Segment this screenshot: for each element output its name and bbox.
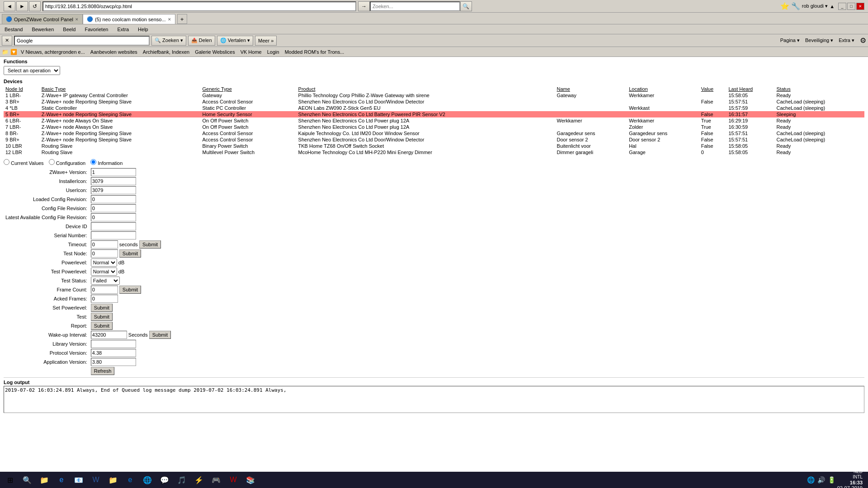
table-row[interactable]: 6 LBR-Z-Wave+ node Always On SlaveOn Off… bbox=[4, 117, 864, 124]
report-submit-button[interactable]: Submit bbox=[91, 322, 113, 330]
table-row[interactable]: 9 BR+Z-Wave+ node Reporting Sleeping Sla… bbox=[4, 136, 864, 143]
delen-button[interactable]: 📤 Delen bbox=[188, 36, 215, 46]
menu-extra[interactable]: Extra bbox=[114, 26, 132, 33]
settings-icon[interactable]: ⚙ bbox=[860, 36, 866, 45]
fav-archiefbank[interactable]: Archiefbank, Indexen bbox=[141, 49, 191, 55]
taskbar-app5[interactable]: 📚 bbox=[242, 473, 259, 487]
input-usericon[interactable] bbox=[91, 186, 136, 194]
test-submit-button[interactable]: Submit bbox=[91, 313, 113, 321]
col-name[interactable]: Name bbox=[555, 86, 627, 92]
input-protocol[interactable] bbox=[91, 349, 136, 357]
table-row[interactable]: 3 BR+Z-Wave+ node Reporting Sleeping Sla… bbox=[4, 99, 864, 105]
menu-bewerken[interactable]: Bewerken bbox=[29, 26, 57, 33]
taskbar-app4[interactable]: W bbox=[225, 473, 241, 487]
maximize-button[interactable]: □ bbox=[847, 3, 855, 10]
select-testpowerlevel[interactable]: Normal bbox=[91, 267, 117, 276]
menu-bestand[interactable]: Bestand bbox=[2, 26, 25, 33]
col-nodeid[interactable]: Node Id bbox=[4, 86, 40, 92]
table-row[interactable]: 5 BR+Z-Wave+ node Reporting Sleeping Sla… bbox=[4, 111, 864, 117]
search-bar[interactable] bbox=[370, 1, 460, 11]
input-serialnumber[interactable] bbox=[91, 231, 136, 239]
table-row[interactable]: 7 LBR-Z-Wave+ node Always On SlaveOn Off… bbox=[4, 124, 864, 130]
table-row[interactable]: 10 LBRRouting SlaveBinary Power SwitchTK… bbox=[4, 143, 864, 149]
zoeken-button[interactable]: 🔍 Zoeken ▾ bbox=[151, 36, 186, 46]
fav-modded[interactable]: Modded ROM's for Trons... bbox=[283, 49, 346, 55]
fav-aanbevolen[interactable]: Aanbevolen websites bbox=[89, 49, 139, 55]
taskbar-edge[interactable]: e bbox=[122, 473, 138, 487]
wakeup-submit-button[interactable]: Submit bbox=[149, 331, 171, 339]
radio-current[interactable] bbox=[4, 159, 9, 165]
col-status[interactable]: Status bbox=[774, 86, 864, 92]
input-testnode[interactable] bbox=[91, 249, 118, 258]
radio-config[interactable] bbox=[49, 159, 55, 165]
taskbar-app2[interactable]: ⚡ bbox=[191, 473, 207, 487]
testnode-submit-button[interactable]: Submit bbox=[119, 249, 141, 258]
taskbar-chrome[interactable]: 🌐 bbox=[139, 473, 156, 487]
col-generictype[interactable]: Generic Type bbox=[201, 86, 297, 92]
tab-1[interactable]: 🔵 OpenZWave Control Panel ✕ bbox=[2, 14, 83, 24]
tab-1-close[interactable]: ✕ bbox=[75, 17, 79, 22]
taskbar-mail[interactable]: 📧 bbox=[71, 473, 87, 487]
vertalen-button[interactable]: 🌐 Vertalen ▾ bbox=[217, 36, 253, 46]
tab-2-close[interactable]: ✕ bbox=[168, 17, 171, 22]
input-zwaveversion[interactable] bbox=[91, 168, 136, 176]
menu-beeld[interactable]: Beeld bbox=[60, 26, 78, 33]
input-application[interactable] bbox=[91, 358, 136, 366]
taskbar-explorer[interactable]: 📁 bbox=[36, 473, 52, 487]
input-deviceid[interactable] bbox=[91, 222, 136, 230]
select-powerlevel[interactable]: Normal -1dB -2dB bbox=[91, 258, 117, 267]
meer-button[interactable]: Meer » bbox=[255, 36, 277, 46]
input-framecount[interactable] bbox=[91, 286, 118, 294]
col-value[interactable]: Value bbox=[699, 86, 727, 92]
table-row[interactable]: 8 BR-Z-Wave+ node Reporting Sleeping Sla… bbox=[4, 130, 864, 136]
framecount-submit-button[interactable]: Submit bbox=[119, 286, 141, 294]
network-icon[interactable]: 🌐 bbox=[807, 476, 815, 483]
address-bar[interactable] bbox=[42, 1, 356, 11]
radio-config-label[interactable]: Configuration bbox=[49, 160, 87, 166]
input-configrevision[interactable] bbox=[91, 204, 136, 212]
radio-info[interactable] bbox=[90, 159, 96, 165]
search-button[interactable]: 🔍 bbox=[460, 1, 472, 11]
beveiliging-button[interactable]: Beveiliging ▾ bbox=[805, 38, 833, 43]
battery-icon[interactable]: 🔋 bbox=[828, 476, 835, 483]
setpowerlevel-submit-button[interactable]: Submit bbox=[91, 304, 113, 312]
forward-button[interactable]: ► bbox=[16, 1, 28, 11]
go-button[interactable]: → bbox=[358, 1, 370, 11]
taskbar-app1[interactable]: 🎵 bbox=[174, 473, 190, 487]
input-wakeup[interactable] bbox=[91, 331, 127, 339]
input-ackedframes[interactable] bbox=[91, 295, 118, 303]
col-location[interactable]: Location bbox=[627, 86, 699, 92]
taskbar-folder[interactable]: 📁 bbox=[105, 473, 121, 487]
fav-nieuws[interactable]: V Nieuws, achtergronden e... bbox=[19, 49, 87, 55]
taskbar-app3[interactable]: 🎮 bbox=[208, 473, 224, 487]
close-search-button[interactable]: ✕ bbox=[2, 36, 12, 46]
back-button[interactable]: ◄ bbox=[4, 1, 15, 11]
input-timeout[interactable] bbox=[91, 240, 118, 249]
search-taskbar[interactable]: 🔍 bbox=[19, 473, 35, 487]
fav-vkhome[interactable]: VK Home bbox=[239, 49, 264, 55]
fav-galerie[interactable]: Galerie Webslices bbox=[193, 49, 236, 55]
extra-toolbar-button[interactable]: Extra ▾ bbox=[839, 38, 854, 43]
fav-login[interactable]: Login bbox=[265, 49, 281, 55]
col-lastheard[interactable]: Last Heard bbox=[726, 86, 774, 92]
input-latestconfig[interactable] bbox=[91, 213, 136, 221]
volume-icon[interactable]: 🔊 bbox=[817, 476, 825, 483]
minimize-button[interactable]: _ bbox=[838, 3, 846, 10]
input-loadedconfig[interactable] bbox=[91, 195, 136, 203]
close-button[interactable]: ✕ bbox=[856, 3, 864, 10]
refresh-button-info[interactable]: Refresh bbox=[91, 367, 115, 375]
menu-favorieten[interactable]: Favorieten bbox=[82, 26, 111, 33]
input-installericon[interactable] bbox=[91, 177, 136, 185]
table-row[interactable]: 12 LBRRouting SlaveMultilevel Power Swit… bbox=[4, 149, 864, 155]
table-row[interactable]: 4 *LBStatic ControllerStatic PC Controll… bbox=[4, 105, 864, 111]
taskbar-word[interactable]: W bbox=[88, 473, 104, 487]
operation-select[interactable]: Select an operation bbox=[4, 66, 60, 75]
refresh-button[interactable]: ↺ bbox=[29, 1, 41, 11]
tab-2[interactable]: 🔵 (5) neo coolcam motion senso... ✕ bbox=[83, 14, 175, 24]
col-basictype[interactable]: Basic Type bbox=[40, 86, 201, 92]
radio-info-label[interactable]: Information bbox=[90, 160, 123, 166]
input-library[interactable] bbox=[91, 340, 136, 348]
taskbar-ie[interactable]: e bbox=[53, 473, 70, 487]
menu-help[interactable]: Help bbox=[135, 26, 151, 33]
new-tab-button[interactable]: + bbox=[177, 14, 187, 24]
